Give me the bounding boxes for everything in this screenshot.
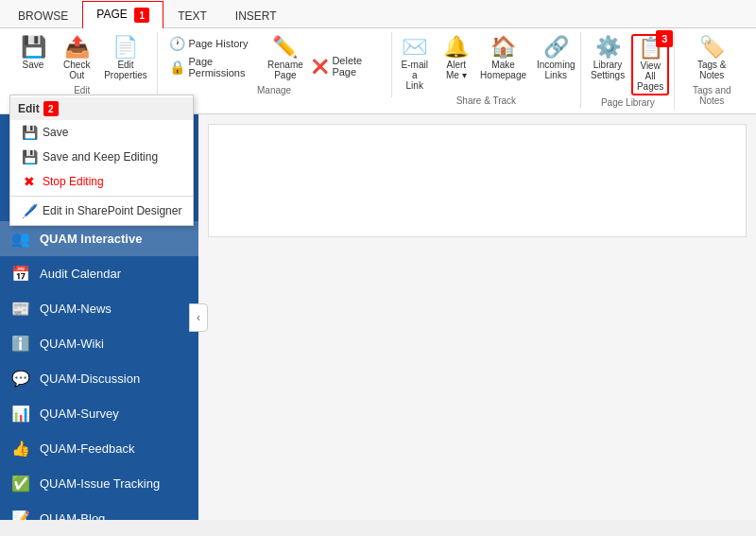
view-all-pages-button[interactable]: 📋 View AllPages 3 bbox=[631, 34, 669, 95]
incoming-label: IncomingLinks bbox=[537, 60, 576, 80]
email-icon: ✉️ bbox=[402, 37, 427, 58]
content-box bbox=[208, 124, 747, 237]
tab-page-badge: 1 bbox=[134, 8, 149, 23]
alert-icon: 🔔 bbox=[443, 37, 469, 58]
tab-page-label: PAGE bbox=[96, 8, 127, 21]
sidebar-item-quam-survey[interactable]: 📊 QUAM-Survey bbox=[0, 396, 198, 431]
sidebar-quam-wiki-label: QUAM-Wiki bbox=[40, 337, 104, 351]
delete-page-button[interactable]: ❌ Delete Page bbox=[308, 53, 383, 79]
homepage-label: MakeHomepage bbox=[480, 60, 526, 80]
page-history-button[interactable]: 🕐 Page History bbox=[165, 34, 263, 53]
dropdown-stop-editing[interactable]: ✖ Stop Editing bbox=[10, 169, 193, 194]
dropdown-save[interactable]: 💾 Save bbox=[10, 120, 193, 145]
quam-wiki-icon: ℹ️ bbox=[11, 335, 30, 353]
sidebar-item-quam-news[interactable]: 📰 QUAM-News bbox=[0, 291, 198, 326]
quam-blog-icon: 📝 bbox=[11, 510, 30, 520]
dropdown-stop-label: Stop Editing bbox=[43, 175, 104, 188]
edit-props-icon: 📄 bbox=[112, 37, 138, 58]
tab-page[interactable]: PAGE 1 bbox=[82, 1, 163, 28]
checkout-button[interactable]: 📤 Check Out bbox=[53, 34, 100, 83]
dropdown-save-icon: 💾 bbox=[22, 125, 37, 140]
page-history-icon: 🕐 bbox=[169, 36, 185, 51]
quam-feedback-icon: 👍 bbox=[11, 440, 30, 458]
page-perms-label: Page Permissions bbox=[189, 56, 259, 78]
sidebar-quam-blog-label: QUAM-Blog bbox=[40, 511, 105, 520]
dropdown-save-keep-icon: 💾 bbox=[22, 149, 37, 164]
incoming-links-button[interactable]: 🔗 IncomingLinks bbox=[532, 34, 579, 83]
tab-insert-label: INSERT bbox=[235, 9, 277, 23]
tab-browse[interactable]: BROWSE bbox=[4, 3, 82, 28]
incoming-icon: 🔗 bbox=[543, 37, 569, 58]
email-link-button[interactable]: ✉️ E-mail aLink bbox=[393, 34, 437, 94]
edit-properties-button[interactable]: 📄 EditProperties bbox=[102, 34, 148, 83]
manage-group-items: 🕐 Page History 🔒 Page Permissions ✏️ Ren… bbox=[165, 34, 384, 83]
page-permissions-button[interactable]: 🔒 Page Permissions bbox=[165, 54, 263, 80]
save-label: Save bbox=[23, 60, 44, 70]
quam-survey-icon: 📊 bbox=[11, 405, 30, 423]
edit-group-items: 💾 Save 📤 Check Out 📄 EditProperties bbox=[15, 34, 149, 83]
sidebar-item-quam-wiki[interactable]: ℹ️ QUAM-Wiki bbox=[0, 326, 198, 361]
email-label: E-mail aLink bbox=[399, 60, 431, 91]
tags-label: Tags &Notes bbox=[697, 60, 727, 80]
library-settings-icon: ⚙️ bbox=[595, 37, 621, 58]
tags-group-label: Tags and Notes bbox=[682, 85, 741, 106]
dropdown-header: Edit 2 bbox=[10, 97, 193, 120]
make-homepage-button[interactable]: 🏠 MakeHomepage bbox=[476, 34, 531, 83]
page-perms-icon: 🔒 bbox=[169, 60, 185, 75]
sidebar-item-quam-issue[interactable]: ✅ QUAM-Issue Tracking bbox=[0, 466, 198, 501]
sidebar-item-audit-calendar[interactable]: 📅 Audit Calendar bbox=[0, 256, 198, 291]
view-all-badge: 3 bbox=[656, 30, 673, 47]
dropdown-edit-sp-label: Edit in SharePoint Designer bbox=[43, 204, 181, 217]
rename-icon: ✏️ bbox=[272, 37, 298, 58]
sidebar-quam-issue-label: QUAM-Issue Tracking bbox=[40, 476, 160, 491]
dropdown-save-keep[interactable]: 💾 Save and Keep Editing bbox=[10, 145, 193, 169]
tab-text-label: TEXT bbox=[178, 9, 207, 23]
page-history-label: Page History bbox=[189, 38, 249, 49]
dropdown-header-badge: 2 bbox=[43, 101, 59, 116]
sidebar-quam-feedback-label: QUAM-Feedback bbox=[40, 441, 134, 456]
ribbon-group-page-library: ⚙️ LibrarySettings 📋 View AllPages 3 Pag… bbox=[581, 32, 675, 110]
tags-group-items: 🏷️ Tags &Notes bbox=[692, 34, 732, 83]
view-all-label: View AllPages bbox=[635, 61, 665, 92]
library-settings-label: LibrarySettings bbox=[591, 60, 625, 80]
sidebar-item-quam-interactive[interactable]: 👥 QUAM Interactive bbox=[0, 221, 198, 256]
tab-text[interactable]: TEXT bbox=[163, 3, 221, 28]
dropdown-save-label: Save bbox=[43, 126, 68, 139]
alert-label: AlertMe ▾ bbox=[446, 60, 467, 80]
dropdown-edit-sp[interactable]: 🖊️ Edit in SharePoint Designer bbox=[10, 199, 193, 223]
ribbon-group-manage: 🕐 Page History 🔒 Page Permissions ✏️ Ren… bbox=[158, 32, 392, 97]
save-button[interactable]: 💾 Save bbox=[15, 34, 51, 73]
checkout-label: Check Out bbox=[59, 60, 94, 80]
quam-issue-icon: ✅ bbox=[11, 475, 30, 493]
homepage-icon: 🏠 bbox=[490, 37, 516, 58]
ribbon-group-edit: 💾 Save 📤 Check Out 📄 EditProperties Edit bbox=[8, 32, 158, 97]
dropdown-edit-sp-icon: 🖊️ bbox=[22, 203, 37, 218]
rename-page-button[interactable]: ✏️ RenamePage bbox=[264, 34, 306, 83]
sidebar-quam-survey-label: QUAM-Survey bbox=[40, 406, 119, 421]
sidebar-collapse-button[interactable]: ‹ bbox=[189, 303, 208, 332]
tab-insert[interactable]: INSERT bbox=[221, 3, 291, 28]
tags-icon: 🏷️ bbox=[699, 37, 725, 58]
save-icon: 💾 bbox=[21, 37, 46, 58]
sidebar-item-quam-feedback[interactable]: 👍 QUAM-Feedback bbox=[0, 431, 198, 466]
checkout-icon: 📤 bbox=[64, 37, 90, 58]
edit-props-label: EditProperties bbox=[104, 60, 147, 80]
dropdown-stop-icon: ✖ bbox=[22, 174, 37, 189]
page-library-label: Page Library bbox=[601, 97, 655, 108]
quam-discussion-icon: 💬 bbox=[11, 370, 30, 388]
share-group-label: Share & Track bbox=[456, 95, 516, 106]
sidebar-quam-discussion-label: QUAM-Discussion bbox=[40, 372, 140, 386]
sidebar-audit-calendar-label: Audit Calendar bbox=[40, 267, 121, 281]
alert-me-button[interactable]: 🔔 AlertMe ▾ bbox=[438, 34, 474, 83]
manage-group-label: Manage bbox=[257, 85, 291, 95]
sidebar-item-quam-discussion[interactable]: 💬 QUAM-Discussion bbox=[0, 361, 198, 396]
tags-notes-button[interactable]: 🏷️ Tags &Notes bbox=[692, 34, 732, 83]
share-group-items: ✉️ E-mail aLink 🔔 AlertMe ▾ 🏠 MakeHomepa… bbox=[393, 34, 580, 94]
dropdown-save-keep-label: Save and Keep Editing bbox=[43, 150, 158, 164]
library-settings-button[interactable]: ⚙️ LibrarySettings bbox=[586, 34, 629, 83]
page-library-items: ⚙️ LibrarySettings 📋 View AllPages 3 bbox=[586, 34, 669, 95]
rename-label: RenamePage bbox=[267, 60, 303, 80]
sidebar-item-quam-blog[interactable]: 📝 QUAM-Blog bbox=[0, 501, 198, 520]
sidebar-quam-news-label: QUAM-News bbox=[40, 302, 112, 316]
collapse-arrow-icon: ‹ bbox=[197, 311, 200, 324]
